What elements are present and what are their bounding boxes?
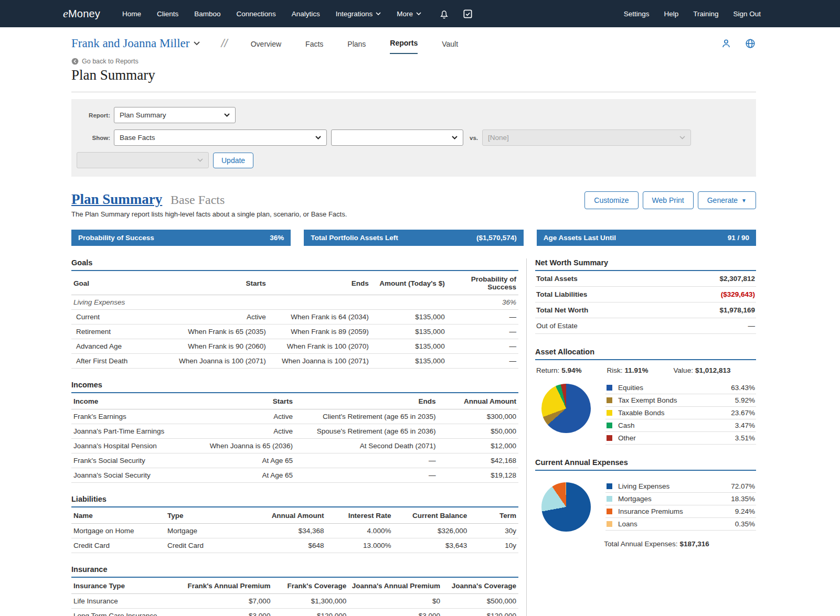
legend-swatch — [607, 483, 612, 489]
legend-item: Loans 0.35% — [605, 518, 756, 531]
legend-item: Mortgages 18.35% — [605, 493, 756, 505]
table-row: Frank's Earnings Active Client's Retirem… — [71, 409, 518, 424]
insurance-title: Insurance — [71, 565, 518, 578]
show-label: Show: — [77, 135, 110, 141]
report-label: Report: — [77, 112, 110, 118]
client-header: Frank and Joanna Miller // Overview Fact… — [71, 27, 756, 50]
nav-item-sign-out[interactable]: Sign Out — [733, 10, 761, 18]
caret-down-icon: ▼ — [741, 198, 747, 203]
tab-plans[interactable]: Plans — [347, 40, 366, 54]
table-row: Current Active When Frank is 64 (2034) $… — [71, 310, 518, 325]
expenses-legend: Living Expenses 72.07% Mortgages 18.35% — [605, 480, 756, 531]
chevron-down-icon — [452, 136, 458, 139]
chevron-down-icon — [416, 12, 421, 15]
chevron-down-icon — [224, 113, 230, 117]
nav-item-home[interactable]: Home — [122, 10, 141, 18]
tab-reports[interactable]: Reports — [390, 39, 418, 54]
chevron-down-icon — [679, 136, 685, 139]
notifications-bell-icon[interactable] — [439, 8, 449, 19]
legend-item: Living Expenses 72.07% — [605, 480, 756, 493]
report-description: The Plan Summary report lists high-level… — [71, 210, 347, 218]
chevron-down-icon — [315, 136, 321, 139]
table-row: Retirement When Frank is 65 (2035) When … — [71, 325, 518, 339]
legend-item: Equities 63.43% — [605, 382, 756, 394]
nav-item-more[interactable]: More — [397, 10, 421, 18]
chevron-down-icon — [194, 41, 200, 46]
table-row: Mortgage on Home Mortgage $34,368 4.000%… — [71, 524, 518, 538]
tab-facts[interactable]: Facts — [305, 40, 323, 54]
table-row: Joanna's Hospital Pension When Joanna is… — [71, 439, 518, 453]
table-row: Joanna's Social Security At Age 65 — $19… — [71, 468, 518, 483]
generate-button[interactable]: Generate▼ — [698, 191, 756, 209]
top-nav: eMoney Home Clients Bamboo Connections A… — [0, 0, 840, 27]
table-row: Advanced Age When Frank is 90 (2060) Whe… — [71, 339, 518, 354]
globe-language-icon[interactable] — [745, 38, 756, 49]
goals-title: Goals — [71, 258, 518, 271]
net-worth-row: Total Net Worth $1,978,169 — [535, 302, 756, 318]
legend-swatch — [607, 435, 612, 441]
liabilities-section: Liabilities Name Type Annual Amount Inte… — [71, 495, 518, 553]
update-button[interactable]: Update — [213, 153, 253, 168]
stat-age-assets-last-until: Age Assets Last Until 91 / 90 — [537, 230, 756, 246]
report-title-block: Plan Summary Base Facts The Plan Summary… — [71, 191, 347, 218]
expenses-title: Current Annual Expenses — [535, 458, 756, 471]
legend-item: Other 3.51% — [605, 432, 756, 445]
return-stat: Return:5.94% — [536, 366, 582, 374]
legend-swatch — [607, 410, 612, 416]
table-row: Credit Card Credit Card $648 13.000% $3,… — [71, 538, 518, 553]
report-subtitle: Base Facts — [171, 193, 225, 207]
compare-select[interactable] — [331, 129, 463, 146]
incomes-section: Incomes Income Starts Ends Annual Amount — [71, 381, 518, 483]
insurance-section: Insurance Insurance Type Frank's Annual … — [71, 565, 518, 616]
client-name-dropdown[interactable]: Frank and Joanna Miller — [71, 37, 200, 50]
table-row: Frank's Social Security At Age 65 — $42,… — [71, 453, 518, 468]
goals-section: Goals Goal Starts Ends Amount (Today's $… — [71, 258, 518, 369]
nav-item-settings[interactable]: Settings — [624, 10, 650, 18]
incomes-table: Income Starts Ends Annual Amount Frank's… — [71, 393, 518, 483]
nav-item-analytics[interactable]: Analytics — [292, 10, 320, 18]
legend-swatch — [607, 423, 612, 428]
nav-item-bamboo[interactable]: Bamboo — [194, 10, 220, 18]
chevron-down-icon — [376, 12, 381, 15]
current-annual-expenses: Current Annual Expenses Living Expenses … — [535, 458, 756, 548]
customize-button[interactable]: Customize — [584, 191, 638, 209]
nav-item-training[interactable]: Training — [693, 10, 718, 18]
chevron-down-icon — [197, 158, 203, 162]
asset-allocation-pie-chart — [541, 384, 591, 433]
legend-item: Insurance Premiums 9.24% — [605, 505, 756, 518]
stat-probability-of-success: Probability of Success 36% — [71, 230, 291, 246]
tasks-check-square-icon[interactable] — [463, 9, 473, 19]
table-row: Life Insurance $7,000 $1,300,000 $0 $500… — [71, 594, 518, 609]
vs-label: vs. — [470, 135, 478, 141]
legend-item: Cash 3.47% — [605, 419, 756, 432]
liabilities-title: Liabilities — [71, 495, 518, 507]
total-annual-expenses: Total Annual Expenses:$187,316 — [535, 540, 756, 548]
user-profile-icon[interactable] — [720, 38, 732, 49]
legend-swatch — [607, 496, 612, 502]
report-title: Plan Summary — [71, 191, 162, 207]
nav-item-connections[interactable]: Connections — [237, 10, 276, 18]
breadcrumb-separator: // — [221, 37, 227, 50]
net-worth-row: Total Assets $2,307,812 — [535, 271, 756, 287]
web-print-button[interactable]: Web Print — [643, 191, 694, 209]
report-controls-panel: Report: Plan Summary Show: Base Facts vs… — [71, 99, 756, 177]
tab-overview[interactable]: Overview — [251, 40, 281, 54]
value-stat: Value:$1,012,813 — [674, 366, 731, 374]
report-select[interactable]: Plan Summary — [114, 107, 236, 123]
page-title: Plan Summary — [71, 67, 756, 83]
asset-allocation-legend: Equities 63.43% Tax Exempt Bonds 5.92% — [605, 382, 756, 445]
emoney-logo[interactable]: eMoney — [63, 7, 100, 20]
nav-item-integrations[interactable]: Integrations — [336, 10, 381, 18]
net-worth-summary: Net Worth Summary Total Assets $2,307,81… — [535, 258, 756, 334]
back-to-reports-link[interactable]: Go back to Reports — [71, 58, 756, 65]
table-row: Joanna's Part-Time Earnings Active Spous… — [71, 424, 518, 439]
legend-item: Tax Exempt Bonds 5.92% — [605, 394, 756, 407]
table-row: Living Expenses 36% — [71, 295, 518, 310]
scenario-select[interactable] — [77, 152, 209, 168]
vs-select[interactable]: [None] — [482, 129, 691, 146]
show-select[interactable]: Base Facts — [114, 129, 327, 146]
tab-vault[interactable]: Vault — [442, 40, 458, 54]
nav-item-clients[interactable]: Clients — [157, 10, 178, 18]
nav-item-help[interactable]: Help — [664, 10, 678, 18]
divider — [71, 92, 756, 92]
